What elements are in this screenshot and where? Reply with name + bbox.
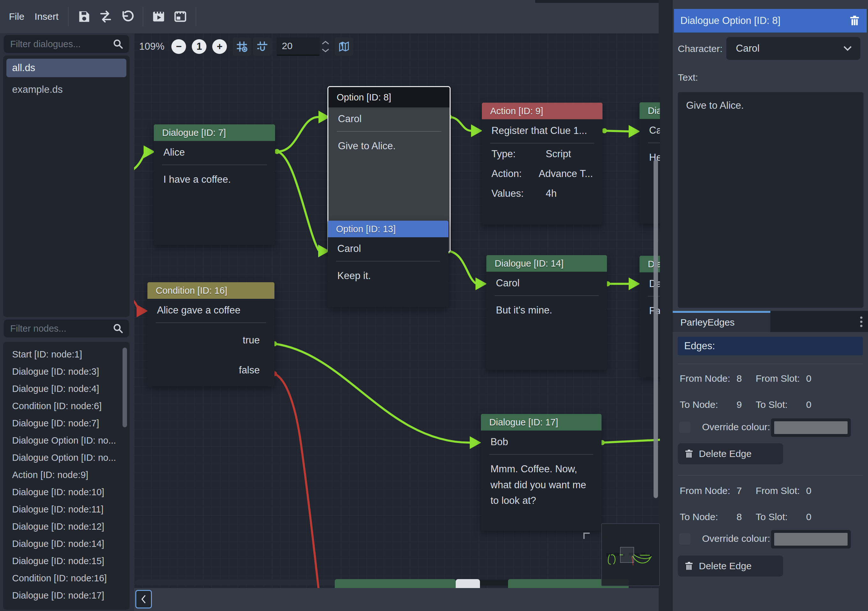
stepper-down-icon [321, 48, 330, 53]
graph-vertical-scrollbar[interactable] [654, 159, 658, 498]
dialogue-file-list: all.ds example.ds [3, 56, 130, 317]
node-list-item[interactable]: Action [ID: node:9] [3, 466, 130, 483]
node-list-item[interactable]: Dialogue [ID: node:14] [3, 535, 130, 552]
node-header[interactable]: Dialogue [ID: 17] [481, 414, 601, 430]
delete-edge-button[interactable]: Delete Edge [678, 443, 783, 464]
zoom-reset-button[interactable]: 1 [192, 39, 206, 54]
node-condition: Alice gave a coffee [147, 299, 274, 322]
node-list-item[interactable]: Dialogue [ID: node:4] [3, 380, 130, 398]
edges-separator [678, 475, 863, 476]
chevron-down-icon [842, 45, 852, 52]
file-item-example-ds[interactable]: example.ds [6, 80, 126, 99]
node-action-name: Register that Clue 1... [482, 119, 603, 142]
node-separator [162, 164, 267, 165]
snap-magnet-icon [256, 40, 268, 53]
minimap-toggle-icon [338, 40, 350, 53]
node-separator [336, 261, 440, 261]
play-dialogue-button[interactable] [149, 7, 168, 26]
node-header[interactable]: Option [ID: 8] [329, 87, 450, 107]
edge-row-override: Override colour: [678, 530, 863, 549]
delete-edge-button[interactable]: Delete Edge [678, 555, 783, 577]
node-header[interactable]: Condition [ID: 16] [147, 282, 274, 299]
graph-toolbar: 109% − 1 + [139, 36, 355, 57]
undo-button[interactable] [118, 7, 136, 26]
node-list-item[interactable]: Dialogue [ID: node:11] [3, 501, 130, 518]
file-item-all-ds[interactable]: all.ds [6, 59, 126, 77]
node-header[interactable]: Option [ID: 13] [328, 221, 448, 237]
node-text: But it's mine. [486, 297, 607, 324]
zoom-in-button[interactable]: + [212, 39, 227, 54]
node-list-item[interactable]: Dialogue [ID: node:3] [3, 363, 130, 380]
node-text: I have a coffee. [154, 166, 275, 193]
node-resize-handle[interactable] [583, 532, 590, 539]
menu-insert[interactable]: Insert [29, 0, 64, 33]
text-label: Text: [678, 72, 698, 83]
snap-distance-stepper[interactable] [321, 40, 330, 53]
node-list-item[interactable]: Start [ID: node:1] [3, 346, 130, 363]
minimap-viewport[interactable] [620, 547, 634, 563]
node-separator [648, 142, 660, 143]
node-separator [156, 322, 266, 323]
override-colour-label: Override colour: [702, 533, 770, 544]
top-edge-shadow [535, 0, 659, 3]
save-button[interactable] [75, 7, 93, 26]
node-list-item[interactable]: Condition [ID: node:16] [3, 569, 130, 587]
snap-distance-input[interactable] [277, 37, 319, 56]
filter-nodes-input[interactable] [4, 320, 129, 337]
minimap[interactable] [601, 523, 660, 586]
minimap-toggle[interactable] [335, 37, 353, 56]
node-condition-16[interactable]: Condition [ID: 16] Alice gave a coffee t… [147, 282, 274, 386]
node-text: Mmm. Coffee. Now, what did you want me t… [481, 455, 601, 514]
to-slot-value: 0 [806, 399, 812, 410]
filter-dialogues-input[interactable] [4, 35, 129, 53]
node-list-item[interactable]: Dialogue [ID: node:17] [3, 587, 130, 604]
node-character: Bob [481, 430, 601, 453]
node-header[interactable]: Action [ID: 9] [482, 103, 603, 119]
graph-canvas[interactable]: 109% − 1 + Dialogue [ID: 7] Alice I have… [134, 33, 660, 588]
node-action-values: Values: 4h [482, 184, 603, 203]
delete-node-button[interactable] [849, 15, 860, 26]
override-colour-checkbox[interactable] [679, 533, 691, 544]
snap-grid-toggle[interactable] [232, 37, 251, 56]
node-dialogue-17[interactable]: Dialogue [ID: 17] Bob Mmm. Coffee. Now, … [481, 414, 601, 531]
import-export-button[interactable] [96, 7, 115, 26]
node-list-item[interactable]: Dialogue [ID: node:7] [3, 415, 130, 432]
edge-row-from: From Node: 8 From Slot: 0 [678, 371, 863, 386]
tab-menu-button[interactable] [859, 316, 863, 328]
node-dialogue-14[interactable]: Dialogue [ID: 14] Carol But it's mine. [486, 255, 607, 370]
node-character: Carol [486, 272, 607, 295]
menu-file[interactable]: File [4, 0, 29, 33]
node-list-item[interactable]: Dialogue [ID: node:10] [3, 483, 130, 501]
dialogue-text-input[interactable]: Give to Alice. [678, 92, 863, 308]
node-list-item[interactable]: Dialogue [ID: node:15] [3, 552, 130, 569]
node-dialogue-7[interactable]: Dialogue [ID: 7] Alice I have a coffee. [154, 124, 275, 245]
edge-row-to: To Node: 8 To Slot: 0 [678, 510, 863, 524]
new-dialogue-button[interactable] [171, 7, 189, 26]
node-character: Ca [640, 119, 660, 142]
panel-splitter[interactable] [659, 0, 673, 611]
node-action-9[interactable]: Action [ID: 9] Register that Clue 1... T… [482, 103, 603, 224]
node-header[interactable]: Dial [640, 102, 660, 119]
play-dialogue-icon [151, 9, 166, 24]
node-list-item[interactable]: Condition [ID: node:6] [3, 398, 130, 415]
node-list-scrollbar[interactable] [122, 348, 127, 427]
zoom-out-button[interactable]: − [171, 39, 186, 54]
node-header[interactable]: Dialogue [ID: 14] [486, 255, 607, 272]
node-list-item[interactable]: Dialogue Option [ID: no... [3, 449, 130, 466]
override-colour-swatch[interactable] [771, 418, 851, 437]
node-list-item[interactable]: Dialogue Option [ID: no... [3, 432, 130, 449]
snap-magnet-toggle[interactable] [253, 37, 271, 56]
tab-parley-edges[interactable]: ParleyEdges [673, 311, 770, 332]
node-option-13[interactable]: Option [ID: 13] Carol Keep it. [328, 221, 448, 308]
node-character: Carol [328, 237, 448, 260]
character-select[interactable]: Carol [726, 37, 860, 60]
override-colour-checkbox[interactable] [679, 422, 691, 433]
override-colour-swatch[interactable] [771, 530, 851, 549]
from-slot-value: 0 [806, 485, 812, 496]
node-separator [494, 295, 599, 296]
node-list-item[interactable]: Dialogue [ID: node:12] [3, 518, 130, 535]
bottom-strip [134, 588, 659, 611]
sidebar-collapse-button[interactable] [135, 590, 152, 608]
node-action-action: Action: Advance T... [482, 164, 603, 184]
node-header[interactable]: Dialogue [ID: 7] [154, 124, 275, 141]
